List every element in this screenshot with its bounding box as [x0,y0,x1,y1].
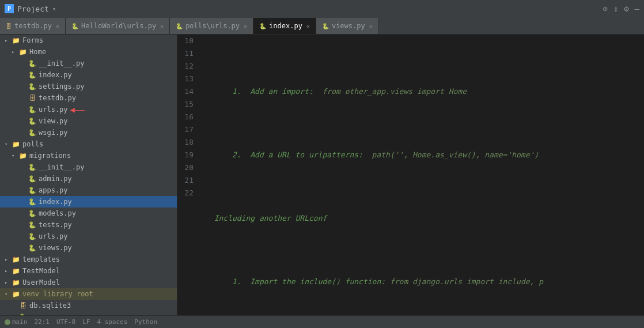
sidebar-item-index-polls[interactable]: 🐍 index.py [0,196,177,208]
tab-testdb[interactable]: 🗄 testdb.py ✕ [0,18,66,34]
sidebar-item-label: urls.py [39,232,68,240]
minimize-action[interactable]: — [635,4,639,13]
tab-polls-urls[interactable]: 🐍 polls\urls.py ✕ [170,18,253,34]
sidebar-item-init-migrations[interactable]: 🐍 __init__.py [0,161,177,173]
sidebar-item-models[interactable]: 🐍 models.py [0,208,177,219]
arrow-icon: ▾ [5,291,12,297]
sidebar-item-tests[interactable]: 🐍 tests.py [0,219,177,231]
folder-icon: 📁 [12,266,21,276]
code-line-10: 1. Add an import: from other_app.views i… [203,85,639,98]
py-icon: 🐍 [28,70,37,80]
folder-icon: 📁 [12,289,21,299]
status-icon [5,319,10,325]
sidebar-item-label: admin.py [39,175,72,183]
py-icon: 🐍 [28,209,37,218]
sidebar-item-urls-polls[interactable]: 🐍 urls.py [0,231,177,242]
code-text: 1. Add an import: from other_app.views i… [214,85,467,98]
code-container[interactable]: 10 11 12 13 14 15 16 17 18 19 20 21 22 [177,35,644,315]
code-text: Including another URLconf [214,212,327,225]
sidebar-item-index-home[interactable]: 🐍 index.py [0,69,177,81]
sidebar-item-label: __init__.py [39,59,84,67]
py-icon: 🐍 [28,105,37,114]
db-icon: 🗄 [6,23,12,29]
close-icon[interactable]: ✕ [160,23,164,29]
sidebar-item-manage[interactable]: 🐍 manage.py [0,311,177,315]
folder-icon: 📁 [12,255,21,264]
sidebar-item-venv[interactable]: ▾ 📁 venv library root [0,288,177,300]
line-ending-text: LF [82,318,90,326]
sidebar-item-urls-home[interactable]: 🐍 urls.py ◀—— [0,104,177,115]
close-icon[interactable]: ✕ [306,23,310,29]
db-icon: 🗄 [18,301,28,310]
line-numbers: 10 11 12 13 14 15 16 17 18 19 20 21 22 [177,35,198,315]
sidebar-item-view[interactable]: 🐍 view.py [0,115,177,127]
arrow-icon: ▸ [5,37,12,43]
tab-index[interactable]: 🐍 index.py ✕ [253,18,316,34]
sidebar-item-label: polls [22,140,43,148]
sidebar-item-label: Home [29,48,46,56]
sidebar-item-testmodel[interactable]: ▸ 📁 TestModel [0,265,177,277]
sidebar-item-views-polls[interactable]: 🐍 views.py [0,242,177,254]
code-line-12: Including another URLconf [203,212,639,225]
sidebar-item-wsgi[interactable]: 🐍 wsgi.py [0,127,177,138]
line-ending: LF [82,318,90,326]
sidebar-item-label: index.py [39,198,72,206]
settings-action[interactable]: ⊕ [603,4,607,13]
code-text: 1. Import the include() function: from d… [214,276,543,288]
gear-icon[interactable]: ⚙ [624,4,628,13]
arrow-icon: ▸ [5,268,12,274]
title-bar-actions: ⊕ ↕ ⚙ — [603,4,639,13]
code-editor[interactable]: 1. Add an import: from other_app.views i… [198,35,644,315]
py-icon: 🐍 [28,197,37,206]
py-icon: 🐍 [28,82,37,91]
project-icon: P [5,4,14,13]
sidebar-item-label: migrations [29,152,71,160]
sidebar-item-apps[interactable]: 🐍 apps.py [0,184,177,196]
tab-views[interactable]: 🐍 views.py ✕ [316,18,379,34]
py-icon: 🐍 [28,163,37,172]
fold-space [203,212,212,225]
sidebar-item-home[interactable]: ▸ 📁 Home [0,46,177,58]
tab-index-label: index.py [269,22,302,30]
sidebar-item-label: UserModel [22,278,60,286]
split-action[interactable]: ↕ [613,4,618,13]
encoding-text: UTF-8 [56,318,75,326]
sidebar-item-init-home[interactable]: 🐍 __init__.py [0,58,177,69]
close-icon[interactable]: ✕ [369,23,373,29]
line-col-text: 22:1 [35,318,50,326]
sidebar-item-settings[interactable]: 🐍 settings.py [0,81,177,92]
file-tree: ▸ 📁 Forms ▸ 📁 Home 🐍 __init__.py 🐍 index… [0,35,177,315]
arrow-icon: ▸ [5,257,12,262]
sidebar-item-migrations[interactable]: ▾ 📁 migrations [0,150,177,161]
fold-space [203,276,212,288]
py-icon: 🐍 [28,128,37,137]
sidebar-item-db-sqlite[interactable]: 🗄 db.sqlite3 [0,300,177,311]
close-icon[interactable]: ✕ [244,23,247,29]
chevron-down-icon[interactable]: ▾ [52,5,56,13]
sidebar-item-testdb[interactable]: 🗄 testdb.py [0,92,177,104]
fold-space [203,85,212,98]
sidebar-item-admin[interactable]: 🐍 admin.py [0,173,177,184]
sidebar-item-label: templates [22,255,60,263]
sidebar-item-usermodel[interactable]: ▸ 📁 UserModel [0,277,177,288]
title-text: Project [17,5,49,13]
indent-text: 4 spaces [97,318,127,326]
sidebar-item-polls[interactable]: ▾ 📁 polls [0,138,177,150]
sidebar-item-label: Forms [22,36,43,44]
sidebar-item-label: urls.py [39,105,68,114]
tab-helloworld[interactable]: 🐍 HelloWorld\urls.py ✕ [66,18,170,34]
py-icon: 🐍 [259,23,266,29]
db-icon: 🗄 [28,93,37,103]
language: Python [134,318,157,326]
close-icon[interactable]: ✕ [56,23,59,29]
py-icon: 🐍 [28,232,37,241]
bottom-bar: main 22:1 UTF-8 LF 4 spaces Python [0,315,644,328]
editor-area: 10 11 12 13 14 15 16 17 18 19 20 21 22 [177,35,644,315]
sidebar-item-forms[interactable]: ▸ 📁 Forms [0,35,177,46]
py-icon: 🐍 [28,116,37,126]
sidebar-item-label: view.py [39,117,68,125]
sidebar-item-templates[interactable]: ▸ 📁 templates [0,254,177,265]
sidebar-item-label: TestModel [22,267,60,275]
tab-testdb-label: testdb.py [14,22,52,30]
indent: 4 spaces [97,318,127,326]
